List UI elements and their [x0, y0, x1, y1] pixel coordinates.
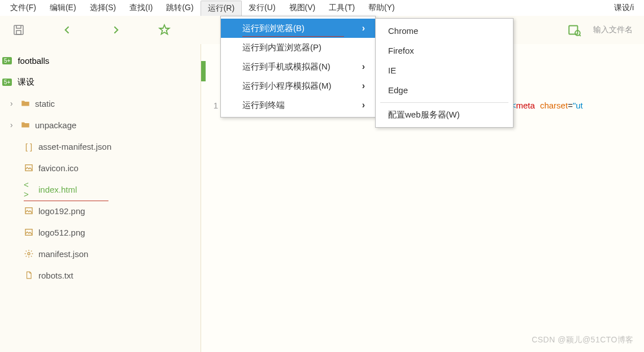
- menu-publish[interactable]: 发行(U): [242, 1, 282, 15]
- tree-file-manifest[interactable]: manifest.json: [0, 243, 201, 264]
- chevron-right-icon: ›: [10, 120, 16, 129]
- code-icon: < >: [24, 184, 34, 194]
- menu-run-to-miniprogram[interactable]: 运行到小程序模拟器(M) ›: [221, 76, 375, 95]
- image-icon: [24, 163, 34, 173]
- search-input[interactable]: 输入文件名: [593, 25, 633, 35]
- line-number: 1: [201, 101, 218, 110]
- doc-icon: [24, 270, 34, 280]
- menubar: 文件(F) 编辑(E) 选择(S) 查找(I) 跳转(G) 运行(R) 发行(U…: [0, 0, 644, 16]
- run-menu-dropdown: 运行到浏览器(B) › 运行到内置浏览器(P) 运行到手机或模拟器(N) › 运…: [220, 16, 376, 118]
- tree-file-logo512[interactable]: logo512.png: [0, 221, 201, 243]
- tree-folder-static[interactable]: › static: [0, 93, 201, 114]
- chevron-right-icon: ›: [362, 81, 365, 91]
- svg-rect-1: [16, 31, 21, 34]
- tree-file-logo192[interactable]: logo192.png: [0, 200, 201, 221]
- svg-rect-0: [14, 25, 23, 34]
- sidebar: 5+ footballs 5+ 课设 › static › unpackage …: [0, 44, 201, 352]
- code-token: charset: [540, 101, 568, 110]
- editor-change-marker: [201, 61, 206, 81]
- back-icon[interactable]: [60, 23, 75, 37]
- project-keshe[interactable]: 5+ 课设: [0, 71, 201, 93]
- project-name: 课设: [18, 77, 34, 88]
- tree-label: logo512.png: [38, 228, 85, 237]
- submenu-ie[interactable]: IE: [376, 60, 513, 80]
- menu-run-to-device[interactable]: 运行到手机或模拟器(N) ›: [221, 57, 375, 76]
- menu-label: 运行到手机或模拟器(N): [242, 62, 330, 72]
- tree-label: logo192.png: [38, 206, 85, 216]
- svg-point-7: [28, 253, 30, 255]
- submenu-firefox[interactable]: Firefox: [376, 41, 513, 60]
- tree-file-asset-manifest[interactable]: [ ] asset-manifest.json: [0, 136, 201, 157]
- folder-icon: [20, 120, 31, 130]
- menu-separator: [380, 102, 508, 103]
- tree-label: index.html: [38, 185, 77, 194]
- gear-icon: [24, 249, 34, 259]
- menu-file[interactable]: 文件(F): [3, 1, 43, 15]
- menu-label: 运行到内置浏览器(P): [242, 42, 321, 53]
- tree-file-robots[interactable]: robots.txt: [0, 264, 201, 286]
- project-badge: 5+: [2, 57, 12, 64]
- menu-run-to-browser[interactable]: 运行到浏览器(B) ›: [221, 19, 375, 38]
- menubar-right-label: 课设/i: [607, 1, 641, 15]
- tree-label: asset-manifest.json: [38, 142, 111, 151]
- folder-icon: [20, 98, 31, 108]
- project-footballs[interactable]: 5+ footballs: [0, 50, 201, 71]
- code-token: =: [568, 101, 573, 110]
- tree-file-index-html[interactable]: < > index.html: [0, 179, 201, 200]
- menu-view[interactable]: 视图(V): [282, 1, 323, 15]
- menu-label: 运行到终端: [242, 100, 285, 111]
- menu-run-to-builtin-browser[interactable]: 运行到内置浏览器(P): [221, 38, 375, 57]
- submenu-edge[interactable]: Edge: [376, 80, 513, 100]
- menu-goto[interactable]: 跳转(G): [159, 1, 200, 15]
- star-icon[interactable]: [157, 23, 172, 37]
- tree-label: favicon.ico: [38, 163, 79, 173]
- submenu-config-webserver[interactable]: 配置web服务器(W): [376, 105, 513, 125]
- code-token: meta: [516, 101, 535, 110]
- svg-rect-2: [569, 25, 577, 34]
- tree-label: robots.txt: [38, 271, 73, 280]
- project-name: footballs: [18, 56, 49, 66]
- preview-icon[interactable]: [567, 23, 582, 37]
- image-icon: [24, 227, 34, 237]
- menu-label: 运行到小程序模拟器(M): [242, 81, 332, 92]
- toolbar-left: [11, 23, 172, 37]
- project-badge: 5+: [2, 79, 12, 86]
- tree-label: static: [35, 99, 55, 108]
- menu-run-to-terminal[interactable]: 运行到终端 ›: [221, 95, 375, 115]
- submenu-chrome[interactable]: Chrome: [376, 21, 513, 41]
- watermark: CSDN @颖儿@51CTO博客: [532, 335, 634, 345]
- menu-edit[interactable]: 编辑(E): [43, 1, 83, 15]
- browser-submenu: Chrome Firefox IE Edge 配置web服务器(W): [375, 18, 514, 128]
- toolbar-right: 输入文件名: [567, 23, 633, 37]
- forward-icon[interactable]: [108, 23, 123, 37]
- menu-label: 运行到浏览器(B): [242, 23, 304, 34]
- tree-label: manifest.json: [38, 249, 88, 259]
- chevron-right-icon: ›: [362, 62, 365, 72]
- menu-run[interactable]: 运行(R): [201, 1, 242, 16]
- menu-tools[interactable]: 工具(T): [322, 1, 362, 15]
- tree-folder-unpackage[interactable]: › unpackage: [0, 114, 201, 136]
- tree-label: unpackage: [35, 120, 76, 130]
- menu-help[interactable]: 帮助(Y): [362, 1, 402, 15]
- chevron-right-icon: ›: [362, 100, 365, 110]
- menu-select[interactable]: 选择(S): [83, 1, 123, 15]
- tree-file-favicon[interactable]: favicon.ico: [0, 157, 201, 179]
- image-icon: [24, 206, 34, 216]
- menu-find[interactable]: 查找(I): [123, 1, 159, 15]
- chevron-right-icon: ›: [10, 99, 16, 108]
- chevron-right-icon: ›: [362, 23, 365, 33]
- braces-icon: [ ]: [24, 141, 34, 151]
- save-icon[interactable]: [11, 23, 26, 37]
- code-token: "ut: [573, 101, 583, 110]
